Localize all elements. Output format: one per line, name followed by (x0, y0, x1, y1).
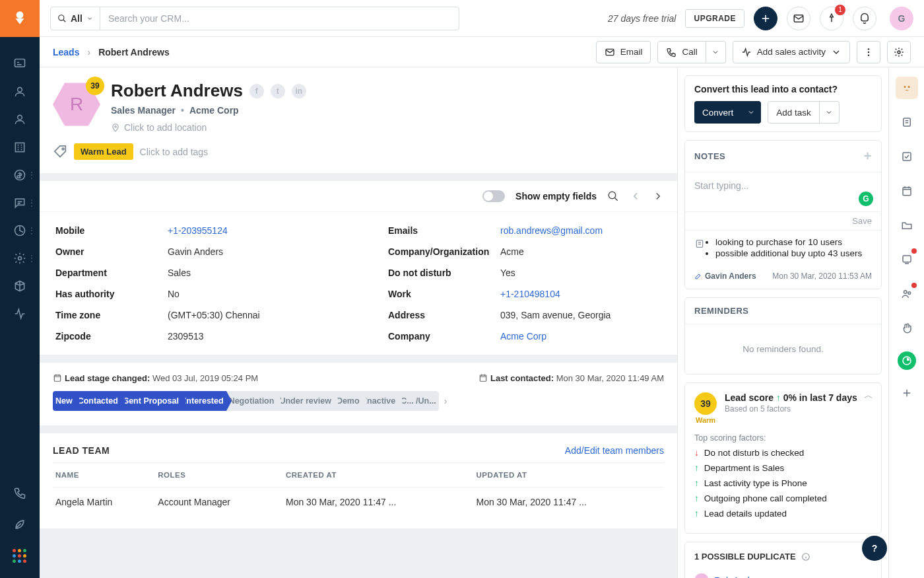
svg-point-17 (609, 192, 616, 199)
nav-dashboard-icon[interactable] (0, 50, 40, 78)
duplicate-title: 1 POSSIBLE DUPLICATE (685, 542, 881, 571)
email-button[interactable]: Email (596, 41, 651, 63)
quick-add-button[interactable] (754, 7, 777, 30)
rail-collab-icon[interactable] (896, 283, 918, 305)
last-contacted-label: Last contacted: (490, 373, 554, 383)
rail-appointments-icon[interactable] (896, 180, 918, 202)
add-note-icon[interactable]: + (864, 149, 872, 164)
mail-button[interactable] (787, 7, 810, 30)
nav-leaf-icon[interactable] (0, 511, 40, 538)
settings-button[interactable] (887, 41, 911, 63)
stage-item[interactable]: Negotiation (226, 391, 277, 411)
stages-next[interactable]: › (444, 396, 447, 406)
col-name: NAME (53, 463, 155, 488)
search-icon[interactable] (607, 190, 619, 202)
app-logo[interactable] (0, 0, 40, 37)
breadcrumb-bar: Leads › Robert Andrews Email Call Add sa… (40, 37, 924, 67)
field-value[interactable]: +1-210498104 (500, 289, 661, 299)
help-fab[interactable]: ? (862, 536, 887, 561)
stage-item[interactable]: Inactive (362, 391, 399, 411)
phone-icon (666, 47, 676, 57)
stage-item[interactable]: New (53, 391, 75, 411)
stage-item[interactable]: C... /Un... (398, 391, 438, 411)
nav-accounts-icon[interactable] (0, 133, 40, 161)
field-label: Address (388, 310, 500, 320)
nav-phone-icon[interactable] (0, 479, 40, 507)
rail-files-icon[interactable] (896, 214, 918, 236)
add-task-button[interactable]: Add task (768, 101, 820, 124)
add-activity-button[interactable]: Add sales activity (733, 41, 850, 63)
show-empty-toggle[interactable] (482, 190, 505, 202)
field-label: Owner (55, 246, 168, 257)
chevron-down-icon (831, 47, 842, 57)
nav-apps-icon[interactable] (0, 542, 40, 570)
nav-products-icon[interactable] (0, 272, 40, 300)
duplicate-entry[interactable]: Rob Andrews (685, 571, 881, 578)
notifications-button[interactable] (853, 7, 876, 30)
rail-hand-icon[interactable] (896, 317, 918, 340)
stage-item[interactable]: Sent Proposal (121, 391, 182, 411)
linkedin-icon[interactable]: in (292, 84, 306, 98)
twitter-icon[interactable]: t (271, 84, 285, 98)
svg-rect-19 (480, 375, 486, 381)
rail-tasks-icon[interactable] (896, 145, 918, 168)
rail-conversations-icon[interactable] (896, 248, 918, 271)
breadcrumb-root[interactable]: Leads (53, 47, 79, 57)
trial-text: 27 days free trial (608, 13, 676, 24)
note-save[interactable]: Save (685, 212, 881, 231)
collapse-score[interactable]: ︿ (864, 390, 873, 402)
note-input[interactable]: Start typing...G (685, 172, 881, 212)
nav-leads-icon[interactable] (0, 78, 40, 106)
nav-reports-icon[interactable]: ⋮ (0, 217, 40, 244)
convert-button[interactable]: Convert (694, 101, 741, 124)
announcements-button[interactable]: 1 (820, 7, 843, 30)
user-avatar[interactable]: G (890, 7, 913, 30)
table-row[interactable]: Angela MartinAccount ManagerMon 30 Mar, … (53, 488, 664, 517)
more-actions-button[interactable] (857, 41, 880, 63)
field-label: Department (55, 268, 168, 278)
field-value[interactable]: +1-203955124 (168, 225, 329, 236)
nav-contacts-icon[interactable] (0, 106, 40, 133)
rail-freddy-icon[interactable] (896, 77, 918, 99)
convert-dropdown[interactable] (741, 101, 761, 124)
field-value: Acme (500, 246, 661, 257)
lead-avatar: R 39 (53, 81, 100, 128)
search-scope-dropdown[interactable]: All (51, 7, 100, 30)
prev-icon[interactable] (630, 190, 642, 202)
stage-item[interactable]: Under review (277, 391, 334, 411)
svg-point-28 (904, 291, 907, 294)
field-value[interactable]: rob.andrews@gmail.com (500, 225, 661, 236)
stage-item[interactable]: Interested (182, 391, 226, 411)
upgrade-button[interactable]: UPGRADE (685, 9, 744, 28)
add-team-link[interactable]: Add/Edit team members (565, 445, 664, 456)
search-group: All (50, 7, 459, 30)
facebook-icon[interactable]: f (249, 84, 264, 98)
nav-deals-icon[interactable]: ⋮ (0, 161, 40, 189)
nav-settings-icon[interactable]: ⋮ (0, 244, 40, 272)
rail-chat-icon[interactable] (898, 351, 916, 370)
nav-conversations-icon[interactable]: ⋮ (0, 189, 40, 217)
field-label: Do not disturb (388, 268, 500, 278)
call-button[interactable]: Call (657, 41, 706, 63)
lead-tag[interactable]: Warm Lead (74, 143, 133, 160)
call-dropdown[interactable] (706, 41, 726, 63)
svg-rect-26 (903, 188, 911, 196)
field-value[interactable]: Acme Corp (500, 331, 661, 342)
right-rail (888, 67, 924, 578)
rail-notes-icon[interactable] (896, 111, 918, 133)
lead-score-badge: 39 (86, 77, 104, 95)
add-task-dropdown[interactable] (820, 101, 840, 124)
nav-activity-icon[interactable] (0, 300, 40, 328)
add-location[interactable]: Click to add location (111, 122, 306, 133)
mail-icon (605, 47, 615, 57)
score-factor: ↑Department is Sales (694, 463, 872, 473)
stage-item[interactable]: Contacted (75, 391, 121, 411)
note-icon (694, 238, 705, 249)
rail-add-icon[interactable] (896, 382, 918, 404)
svg-point-23 (908, 86, 909, 88)
info-icon[interactable] (801, 552, 810, 561)
add-tags[interactable]: Click to add tags (140, 147, 209, 157)
svg-rect-1 (15, 59, 25, 67)
next-icon[interactable] (652, 190, 664, 202)
search-input[interactable] (100, 13, 459, 24)
